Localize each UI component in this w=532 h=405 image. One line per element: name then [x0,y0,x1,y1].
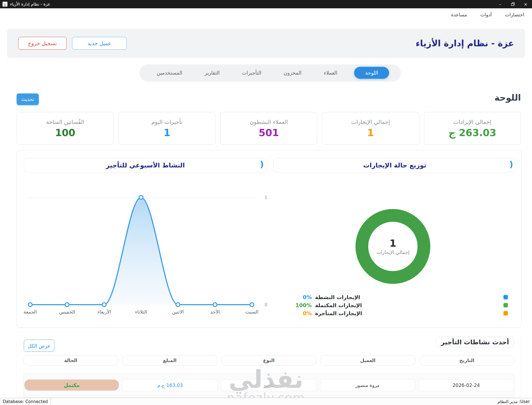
stat-value: 1 [163,127,170,138]
weekly-chart-title-text: النشاط الأسبوعي للتأجير [106,162,185,169]
stat-card-total-revenue: إجمالي الإيرادات 263.03 ج [424,112,521,145]
x-tick: الأربعاء [98,309,111,315]
data-point [102,303,106,307]
stat-value: 1 [367,127,374,138]
data-point [176,303,180,307]
tab-inventory[interactable]: المخزون [278,67,307,79]
donut-legend: 0% الإيجارات النشطة 100% الإيجارات المكت… [294,294,508,318]
legend-pct: 100% [294,302,312,308]
db-status: Database: Connected [0,398,51,405]
main-tabs: اللوحة العملاء المخزون التأجيرات التقاري… [140,65,400,81]
column-header-status: الحالة [23,355,118,366]
weekly-line-chart: 1 0 الجمعة الخميس الأربعاء الثلاثاء الاث… [20,187,277,317]
close-icon[interactable]: × [519,0,532,8]
status-chart-title: توزيع حالة الإيجارات ) [273,158,516,172]
legend-label: الإيجارات المكتملة [315,302,362,308]
stat-card-available-dresses: الفُساتين المتاحة 100 [17,112,114,145]
status-badge: مكتمل [24,379,119,391]
x-tick: الثلاثاء [135,309,147,315]
tab-clients[interactable]: العملاء [318,67,343,79]
table-header-row: التاريخ العميل النوع المبلغ الحالة [23,355,515,366]
app-icon: ع [2,2,7,7]
tab-dashboard[interactable]: اللوحة [354,67,389,79]
charts-panel: النشاط الأسبوعي للتأجير ) توزيع حالة الإ… [17,150,521,328]
legend-label: الإيجارات المتأخرة [315,310,362,316]
user-status: User: مدير النظام [495,399,532,404]
restore-icon[interactable] [507,0,519,8]
stat-label: الفُساتين المتاحة [46,119,84,125]
area-fill [30,197,252,305]
stat-value: 100 [55,127,75,138]
refresh-button[interactable]: تحديث [17,93,39,105]
stat-value: 263.03 ج [449,127,496,138]
new-client-button[interactable]: عميل جديد [72,37,127,50]
x-tick: الاثنين [172,309,184,315]
stats-row: إجمالي الإيرادات 263.03 ج إجمالي الإيجار… [17,112,521,145]
status-chart-title-text: توزيع حالة الإيجارات [363,162,426,169]
title-bar: ع عزة - نظام إدارة الأزياء – × [0,0,532,8]
legend-label: الإيجارات النشطة [315,294,360,300]
donut-total-label: إجمالي الإيجارات [376,249,409,255]
menu-help[interactable]: مساعدة [451,12,467,17]
page-title: اللوحة [495,93,521,103]
column-header-client: العميل [320,355,415,366]
legend-swatch-green-icon [503,303,508,307]
donut-center: 1 إجمالي الإيجارات [355,209,430,284]
x-tick: السبت [245,309,259,315]
minimize-icon[interactable]: – [494,0,507,8]
stat-label: إجمالي الإيجارات [351,119,390,125]
data-point [28,303,32,307]
stat-label: إجمالي الإيرادات [453,119,491,125]
tab-rentals[interactable]: التأجيرات [236,67,267,79]
table-row-cells: 2026-02-24 مروة منصور تأجير 163.03 ج.م م… [23,379,515,391]
stat-card-active-clients: العملاء النشطون 501 [220,112,317,145]
legend-item-completed: 100% الإيجارات المكتملة [294,302,508,309]
cell-date: 2026-02-24 [419,379,514,391]
logout-button[interactable]: تسجيل خروج [18,37,66,50]
stat-card-total-rentals: إجمالي الإيجارات 1 [322,112,419,145]
chart-glyph-icon: ) [260,159,264,169]
cell-client: مروة منصور [320,379,415,391]
column-header-amount: المبلغ [122,355,217,366]
data-point-peak [139,195,143,199]
header-card: عزة - نظام إدارة الأزياء عميل جديد تسجيل… [7,29,525,58]
donut-total-value: 1 [390,238,396,249]
x-tick: الخميس [59,309,75,315]
legend-pct: 0% [294,310,312,316]
cell-type: تأجير [221,379,316,391]
chart-glyph-icon: ) [509,159,513,169]
stat-label: تأجيرات اليوم [151,119,182,125]
stat-card-today-rentals: تأجيرات اليوم 1 [118,112,215,145]
data-point [65,303,69,307]
data-point [213,303,217,307]
menu-tools[interactable]: أدوات [480,12,492,17]
legend-item-late: 0% الإيجارات المتأخرة [294,310,508,317]
legend-pct: 0% [294,294,312,300]
legend-item-active: 0% الإيجارات النشطة [294,294,508,301]
view-all-button[interactable]: عرض الكل [24,340,54,352]
app-title: عزة - نظام إدارة الأزياء [416,38,514,48]
latest-activities-panel: أحدث نشاطات التأجير عرض الكل التاريخ الع… [17,333,521,397]
window-title: عزة - نظام إدارة الأزياء [10,2,50,7]
x-tick: الجمعة [24,309,37,315]
y-axis-min: 0 [265,302,267,307]
cell-amount: 163.03 ج.م [122,379,218,391]
status-bar: Database: Connected User: مدير النظام [0,398,532,405]
table-row[interactable]: 2026-02-24 مروة منصور تأجير 163.03 ج.م م… [23,373,515,398]
stat-value: 501 [259,127,279,138]
column-header-date: التاريخ [419,355,515,366]
latest-activities-title: أحدث نشاطات التأجير [436,337,514,348]
stat-label: العملاء النشطون [250,119,288,125]
menu-shortcuts[interactable]: اختصارات [505,12,524,17]
window-controls: – × [494,0,532,8]
y-axis-max: 1 [265,195,267,200]
tab-reports[interactable]: التقارير [199,67,225,79]
x-tick: الأحد [210,309,220,315]
weekly-chart-title: النشاط الأسبوعي للتأجير ) [24,158,267,172]
menu-bar: اختصارات أدوات مساعدة [0,8,532,21]
column-header-type: النوع [221,355,316,366]
data-point [250,303,254,307]
legend-swatch-orange-icon [503,311,508,315]
tab-users[interactable]: المستخدمين [151,67,188,79]
legend-swatch-blue-icon [503,295,508,299]
